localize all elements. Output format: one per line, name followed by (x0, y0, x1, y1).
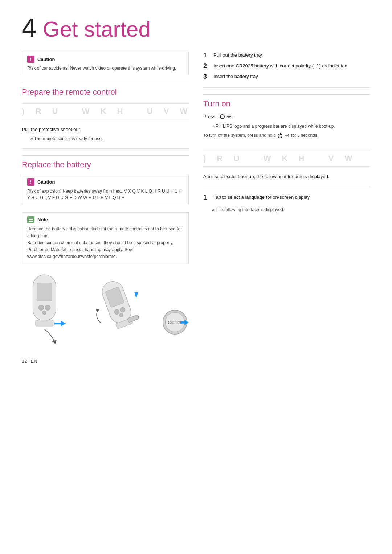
remote-illustration-1 (22, 271, 77, 344)
turn-on-sub1: PHILIPS logo and a progress bar are disp… (203, 123, 370, 130)
caution-text-top: Risk of car accidents! Never watch video… (27, 65, 183, 71)
prepare-heading: Prepare the remote control (22, 83, 189, 97)
banner-text-right: ) R U W K H V W W L P H X V H ) R U W K … (203, 154, 370, 163)
lang-step-sub: The following interface is displayed. (203, 206, 370, 213)
caution-label-replace: Caution (37, 179, 55, 185)
svg-marker-6 (54, 321, 66, 327)
battery-step-3: 3 Insert the battery tray. (203, 73, 370, 81)
step-num-1: 1 (203, 52, 210, 59)
note-text: Remove the battery if it is exhausted or… (27, 226, 183, 260)
note-header: Note (27, 216, 183, 223)
banner-row-right: ) R U W K H V W W L P H X V H ) R U W K … (203, 151, 370, 167)
caution-box-replace: ! Caution Risk of explosion! Keep batter… (22, 175, 189, 205)
step-text-3: Insert the battery tray. (213, 73, 259, 81)
svg-marker-17 (96, 309, 99, 312)
svg-point-2 (38, 305, 44, 311)
lang-step-num: 1 (203, 194, 210, 202)
press-label: Press (203, 114, 215, 119)
caution-header-top: ! Caution (27, 56, 183, 63)
caution-label-top: Caution (37, 57, 55, 62)
divider-step1 (203, 187, 370, 187)
power-icon-2 (278, 134, 282, 138)
language-step-list: 1 Tap to select a language for on-screen… (203, 194, 370, 202)
step-pull-sheet: Pull the protective sheet out. (22, 126, 189, 133)
caution-icon-top: ! (27, 56, 34, 63)
note-label: Note (37, 217, 48, 222)
step-num-2: 2 (203, 62, 210, 70)
page-language: EN (30, 358, 37, 364)
illustrations: CR2025 (22, 271, 189, 344)
battery-step-2: 2 Insert one CR2025 battery with correct… (203, 62, 370, 70)
page-footer: 12 EN (22, 344, 370, 364)
source-icon-2: ✳ (285, 132, 290, 140)
step-text-1: Pull out the battery tray. (213, 52, 263, 59)
svg-marker-16 (134, 292, 138, 299)
note-box: Note Remove the battery if it is exhaust… (22, 212, 189, 264)
remote-illustration-2 (91, 271, 147, 344)
replace-heading: Replace the battery (22, 155, 189, 169)
press-text: Press ✳. (203, 114, 370, 120)
svg-text:CR2025: CR2025 (168, 321, 182, 325)
caution-box-top: ! Caution Risk of car accidents! Never w… (22, 52, 189, 75)
battery-steps-list: 1 Pull out the battery tray. 2 Insert on… (203, 52, 370, 81)
step-pull-sheet-sub: The remote control is ready for use. (22, 135, 189, 142)
chapter-number: 4 (22, 15, 36, 41)
banner-text-top: ) R U W K H U V W W L P H X V H ) R U W … (22, 107, 189, 116)
step-num-3: 3 (203, 73, 210, 81)
divider-replace (22, 148, 189, 149)
right-column: 1 Pull out the battery tray. 2 Insert on… (203, 52, 370, 344)
svg-point-4 (42, 311, 46, 315)
svg-rect-1 (37, 283, 52, 301)
note-icon (27, 216, 34, 223)
caution-text-replace: Risk of explosion! Keep batteries away f… (27, 188, 183, 201)
svg-rect-5 (36, 320, 53, 326)
battery-step-1: 1 Pull out the battery tray. (203, 52, 370, 59)
divider-turn-on (203, 87, 370, 88)
battery-coin-illustration: CR2025 (161, 308, 189, 337)
banner-row-top: ) R U W K H U V W W L P H X V H ) R U W … (22, 103, 189, 119)
language-step-1: 1 Tap to select a language for on-screen… (203, 194, 370, 202)
lang-step-text: Tap to select a language for on-screen d… (213, 194, 311, 202)
left-column: ! Caution Risk of car accidents! Never w… (22, 52, 189, 344)
source-icon: ✳ (227, 114, 232, 120)
power-icon (220, 114, 225, 119)
step-text-2: Insert one CR2025 battery with correct p… (213, 62, 348, 70)
chapter-title: Get started (43, 19, 151, 40)
main-content: ! Caution Risk of car accidents! Never w… (22, 52, 370, 344)
to-turn-off-text: To turn off the system, press and hold ✳… (203, 132, 370, 140)
to-turn-off-label: To turn off the system, press and hold (203, 133, 276, 138)
to-turn-off-suffix: for 3 seconds. (291, 133, 318, 138)
caution-header-replace: ! Caution (27, 178, 183, 186)
svg-point-3 (45, 305, 50, 311)
turn-on-heading: Turn on (203, 94, 370, 108)
first-use-text: After successful boot-up, the following … (203, 173, 370, 180)
page: 4 Get started ! Caution Risk of car acci… (22, 15, 370, 364)
svg-marker-7 (52, 340, 57, 344)
chapter-heading: 4 Get started (22, 15, 370, 41)
page-number: 12 (22, 358, 27, 364)
caution-icon-replace: ! (27, 178, 34, 186)
